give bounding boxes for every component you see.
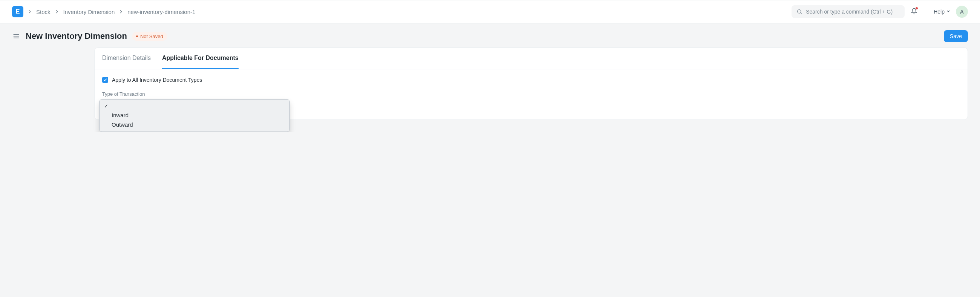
dropdown-option-blank[interactable]: ✓ <box>100 102 290 110</box>
option-inward-label: Inward <box>111 112 129 118</box>
sidebar-toggle[interactable] <box>12 32 21 40</box>
search-icon <box>796 8 803 15</box>
page-title: New Inventory Dimension <box>25 31 127 41</box>
apply-all-row: Apply to All Inventory Document Types <box>102 77 960 83</box>
option-outward-label: Outward <box>111 121 133 128</box>
chevron-right-icon <box>54 9 60 14</box>
tab-applicable-for-documents[interactable]: Applicable For Documents <box>162 48 239 69</box>
global-search[interactable] <box>792 5 905 18</box>
tab-dimension-details[interactable]: Dimension Details <box>102 48 151 69</box>
status-badge: Not Saved <box>132 32 167 41</box>
transaction-type-dropdown: ✓ Inward Outward <box>99 99 290 132</box>
dropdown-option-inward[interactable]: Inward <box>100 110 290 120</box>
page-header: New Inventory Dimension Not Saved Save <box>0 23 980 48</box>
help-dropdown[interactable]: Help <box>934 9 951 15</box>
check-icon: ✓ <box>103 103 108 109</box>
form-card: Dimension Details Applicable For Documen… <box>94 48 968 120</box>
brand-logo[interactable]: E <box>12 6 23 17</box>
tabs-row: Dimension Details Applicable For Documen… <box>95 48 967 69</box>
transaction-type-field: ✓ Inward Outward <box>102 99 287 112</box>
nav-right-group: Help A <box>792 5 968 18</box>
status-text: Not Saved <box>140 33 163 39</box>
breadcrumb-stock[interactable]: Stock <box>36 9 51 15</box>
dropdown-option-outward[interactable]: Outward <box>100 120 290 129</box>
user-avatar[interactable]: A <box>956 6 968 18</box>
help-label: Help <box>934 9 945 15</box>
transaction-type-label: Type of Transaction <box>102 91 960 97</box>
chevron-right-icon <box>118 9 124 14</box>
page-header-left: New Inventory Dimension Not Saved <box>12 31 167 41</box>
save-button[interactable]: Save <box>944 30 968 42</box>
brand-letter: E <box>16 8 20 15</box>
search-input[interactable] <box>806 9 900 15</box>
notification-dot-icon <box>916 7 918 10</box>
apply-all-label: Apply to All Inventory Document Types <box>112 77 202 83</box>
breadcrumb-current[interactable]: new-inventory-dimension-1 <box>127 9 195 15</box>
svg-point-0 <box>797 10 801 13</box>
status-dot-icon <box>136 35 138 37</box>
svg-line-1 <box>800 13 802 14</box>
top-navbar: E Stock Inventory Dimension new-inventor… <box>0 0 980 23</box>
nav-left-group: E Stock Inventory Dimension new-inventor… <box>12 6 195 17</box>
check-icon <box>103 78 107 82</box>
avatar-initial: A <box>960 9 963 15</box>
form-body: Apply to All Inventory Document Types Ty… <box>95 69 967 119</box>
chevron-right-icon <box>27 9 32 14</box>
apply-all-checkbox[interactable] <box>102 77 108 83</box>
notifications-button[interactable] <box>910 8 918 16</box>
breadcrumb-inventory-dimension[interactable]: Inventory Dimension <box>63 9 115 15</box>
divider <box>926 7 926 16</box>
chevron-down-icon <box>946 9 951 15</box>
